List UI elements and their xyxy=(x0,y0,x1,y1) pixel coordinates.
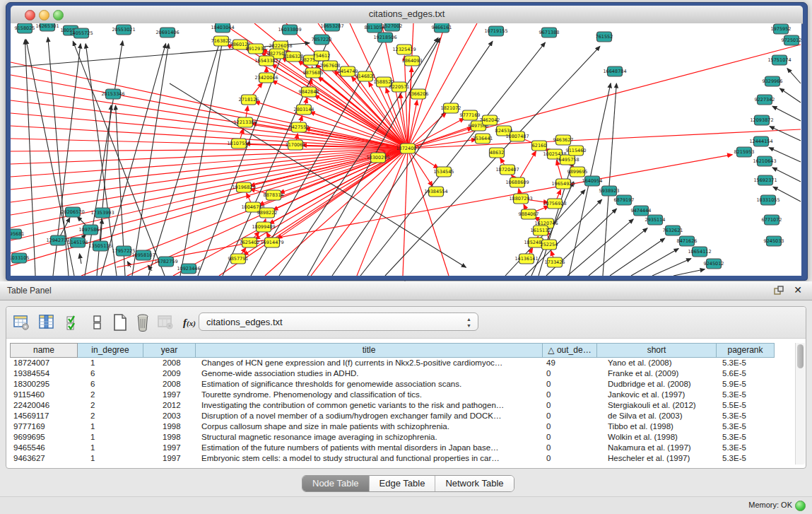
graph-node[interactable]: 12093872 xyxy=(750,115,773,125)
cell-title[interactable]: Corpus callosum shape and size in male p… xyxy=(196,421,543,432)
cell-out_de[interactable]: 49 xyxy=(543,358,597,368)
cell-in_degree[interactable]: 1 xyxy=(78,443,143,453)
table-row[interactable]: 977716911998Corpus callosum shape and si… xyxy=(10,421,793,432)
graph-node[interactable]: 1733426 xyxy=(545,257,565,267)
cell-out_de[interactable]: 0 xyxy=(543,421,597,432)
graph-node[interactable]: 7462042 xyxy=(480,115,500,125)
cell-title[interactable]: Investigating the contribution of common… xyxy=(196,400,543,411)
cell-in_degree[interactable]: 2 xyxy=(78,400,143,411)
cell-in_degree[interactable]: 2 xyxy=(78,411,143,421)
close-panel-icon[interactable]: ✕ xyxy=(794,284,802,296)
cell-in_degree[interactable]: 1 xyxy=(78,453,143,464)
graph-node[interactable]: 9671388 xyxy=(539,28,560,37)
clear-selection-icon[interactable] xyxy=(88,313,107,332)
graph-node[interactable]: 18720407 xyxy=(495,165,519,175)
graph-node[interactable]: 20553021 xyxy=(112,25,135,35)
graph-node[interactable]: 9474444 xyxy=(631,206,652,216)
delete-column-icon[interactable] xyxy=(134,313,152,332)
cell-title[interactable]: Embryonic stem cells: a model to study s… xyxy=(196,453,543,464)
column-header-out_de[interactable]: △ out_de… xyxy=(543,343,597,358)
graph-node[interactable]: 8215953 xyxy=(734,147,755,157)
graph-node[interactable]: 5938923 xyxy=(599,186,620,196)
cell-in_degree[interactable]: 1 xyxy=(78,432,143,443)
cell-name[interactable]: 9699695 xyxy=(10,432,78,443)
graph-node[interactable]: 9146821 xyxy=(355,71,376,81)
graph-node[interactable]: 18807293 xyxy=(509,194,532,204)
graph-node[interactable]: 1033105 xyxy=(11,253,29,263)
table-row[interactable]: 969969511998Structural magnetic resonanc… xyxy=(10,432,793,443)
graph-node[interactable]: 20691406 xyxy=(155,28,179,37)
graph-node[interactable]: 48632 xyxy=(490,148,505,158)
cell-pagerank[interactable]: 5.3E-5 xyxy=(717,443,775,453)
cell-year[interactable]: 2009 xyxy=(143,368,196,379)
new-document-icon[interactable] xyxy=(111,313,129,332)
cell-title[interactable]: Genome-wide association studies in ADHD. xyxy=(196,368,543,379)
graph-node[interactable]: 9857791 xyxy=(228,254,249,264)
graph-node[interactable]: 7625402 xyxy=(240,238,260,247)
cell-in_degree[interactable]: 2 xyxy=(78,390,143,400)
graph-node[interactable]: 7857223 xyxy=(312,35,332,45)
table-selector-dropdown[interactable]: citations_edges.txt ▲▼ xyxy=(199,313,478,331)
graph-node[interactable]: 8912934 xyxy=(246,44,266,54)
graph-node[interactable]: 6771072 xyxy=(762,215,782,225)
cell-short[interactable]: Jankovic et al. (1997) xyxy=(597,390,717,400)
cell-short[interactable]: Franke et al. (2009) xyxy=(597,368,717,379)
cell-year[interactable]: 1998 xyxy=(143,421,196,432)
graph-node[interactable]: 9884067 xyxy=(519,209,539,219)
cell-name[interactable]: 9463627 xyxy=(10,453,78,464)
graph-node[interactable]: 9329966 xyxy=(763,76,783,86)
cell-pagerank[interactable]: 5.3E-5 xyxy=(717,421,775,432)
cell-title[interactable]: Estimation of the future numbers of pati… xyxy=(196,443,543,453)
table-vertical-scrollbar[interactable] xyxy=(795,343,805,465)
graph-node[interactable]: 16265301 xyxy=(35,23,59,31)
column-header-title[interactable]: title xyxy=(196,343,543,358)
float-panel-icon[interactable] xyxy=(774,286,784,296)
graph-node[interactable]: 12444154 xyxy=(749,136,772,146)
graph-node[interactable]: 18099489 xyxy=(252,222,275,232)
cell-pagerank[interactable]: 5.3E-5 xyxy=(717,432,775,443)
cell-title[interactable]: Changes of HCN gene expression and I(f) … xyxy=(196,358,543,368)
graph-node[interactable]: 252254 xyxy=(541,240,558,250)
graph-node[interactable]: 9899695 xyxy=(567,167,588,177)
table-row[interactable]: 1872400712008Changes of HCN gene express… xyxy=(10,358,793,368)
table-row[interactable]: 946554611997Estimation of the future num… xyxy=(10,443,793,453)
table-row[interactable]: 946362711997Embryonic stem cells: a mode… xyxy=(10,453,793,464)
scrollbar-thumb[interactable] xyxy=(797,344,804,368)
cell-name[interactable]: 9777169 xyxy=(10,421,78,432)
graph-node[interactable]: 8878314 xyxy=(264,190,284,200)
graph-node[interactable]: 16495758 xyxy=(555,155,579,165)
graph-node[interactable]: 9115460 xyxy=(566,146,587,156)
cell-title[interactable]: Disruption of a novel member of a sodium… xyxy=(196,411,543,421)
column-header-short[interactable]: short xyxy=(597,343,717,358)
graph-node[interactable]: 6879197 xyxy=(614,195,635,205)
table-row[interactable]: 1456911722003Disruption of a novel membe… xyxy=(10,411,793,421)
graph-node[interactable]: 9227342 xyxy=(755,95,775,105)
graph-node[interactable]: 1527002 xyxy=(382,23,403,31)
graph-node[interactable]: 20206570 xyxy=(61,207,84,217)
cell-in_degree[interactable]: 1 xyxy=(78,421,143,432)
cell-out_de[interactable]: 0 xyxy=(543,411,597,421)
graph-node[interactable]: 1615132 xyxy=(531,226,551,235)
cell-short[interactable]: Dudbridge et al. (2008) xyxy=(597,379,717,390)
cell-pagerank[interactable]: 5.3E-5 xyxy=(717,358,775,368)
cell-year[interactable]: 2008 xyxy=(143,379,196,390)
cell-short[interactable]: Wolkin et al. (1998) xyxy=(597,432,717,443)
cell-out_de[interactable]: 0 xyxy=(543,443,597,453)
graph-node[interactable]: 2718126 xyxy=(239,95,259,105)
graph-node[interactable]: 19218506 xyxy=(373,33,396,42)
graph-node[interactable]: 1975952 xyxy=(771,24,792,34)
table-row[interactable]: 911546021997Tourette syndrome. Phenomeno… xyxy=(10,390,793,400)
cell-pagerank[interactable]: 5.6E-5 xyxy=(717,368,775,379)
cell-out_de[interactable]: 0 xyxy=(543,379,597,390)
tab-node-table[interactable]: Node Table xyxy=(302,476,369,491)
graph-node[interactable]: 19384554 xyxy=(424,187,447,197)
graph-node[interactable]: 9875685 xyxy=(303,68,324,78)
graph-node[interactable]: 10958107 xyxy=(131,250,155,260)
graph-node[interactable]: 14055725 xyxy=(69,28,93,38)
cell-pagerank[interactable]: 5.5E-5 xyxy=(717,400,775,411)
cell-out_de[interactable]: 0 xyxy=(543,453,597,464)
cell-name[interactable]: 14569117 xyxy=(10,411,78,421)
graph-node[interactable]: 9466161 xyxy=(432,23,452,33)
table-row[interactable]: 1938455462009Genome-wide association stu… xyxy=(10,368,793,379)
graph-node[interactable]: 62160 xyxy=(532,141,547,151)
